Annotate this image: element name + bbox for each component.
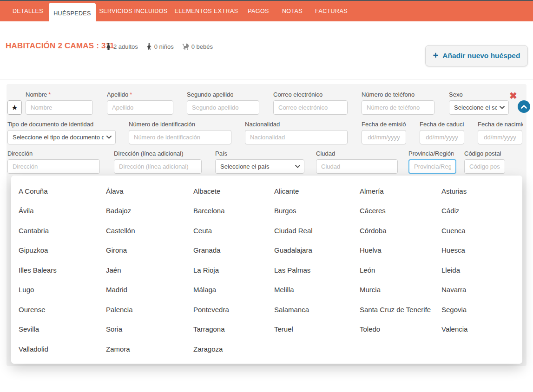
star-icon: ★ xyxy=(11,104,18,111)
province-option[interactable]: Ávila xyxy=(19,207,106,215)
province-option[interactable]: Asturias xyxy=(441,187,522,195)
province-option[interactable]: Badajoz xyxy=(106,207,193,215)
province-option[interactable]: Girona xyxy=(106,246,193,254)
province-option[interactable]: Castellón xyxy=(106,227,193,235)
province-option[interactable]: Lugo xyxy=(19,286,106,294)
sexo-select[interactable]: Seleccione el sexo xyxy=(449,100,509,115)
province-option[interactable]: Melilla xyxy=(274,286,360,294)
fecha-emision-input[interactable] xyxy=(362,130,406,144)
province-option[interactable]: Barcelona xyxy=(193,207,274,215)
direccion-input[interactable] xyxy=(7,159,100,174)
province-option[interactable]: Zaragoza xyxy=(193,345,274,353)
tab-elementos-extras[interactable]: ELEMENTOS EXTRAS xyxy=(175,1,238,21)
province-option[interactable]: Salamanca xyxy=(274,306,360,314)
add-guest-button[interactable]: + Añadir nuevo huésped xyxy=(425,45,528,66)
province-option[interactable]: Alicante xyxy=(274,187,360,195)
direccion-label: Dirección xyxy=(7,150,33,157)
plus-icon: + xyxy=(433,51,439,60)
province-option[interactable]: Córdoba xyxy=(360,227,441,235)
fecha-caducidad-input[interactable] xyxy=(420,130,464,144)
direccion-adicional-label: Dirección (línea adicional) xyxy=(114,150,184,157)
tipo-documento-label: Tipo de documento de identidad xyxy=(7,121,93,128)
reservation-page: DETALLES HUÉSPEDES SERVICIOS INCLUIDOS E… xyxy=(0,0,533,392)
province-option[interactable]: Toledo xyxy=(360,325,441,333)
province-option[interactable]: Guadalajara xyxy=(274,246,360,254)
ciudad-input[interactable] xyxy=(316,159,398,174)
province-option[interactable]: Cádiz xyxy=(441,207,522,215)
chevron-down-icon xyxy=(295,165,300,168)
provincia-input[interactable] xyxy=(408,159,456,174)
tab-detalles[interactable]: DETALLES xyxy=(13,1,43,21)
province-option[interactable]: Valencia xyxy=(441,325,522,333)
province-option[interactable]: Gipuzkoa xyxy=(19,246,106,254)
province-option[interactable]: Cuenca xyxy=(441,227,522,235)
province-option[interactable]: Palencia xyxy=(106,306,193,314)
nombre-input[interactable] xyxy=(26,100,93,115)
fecha-caducidad-label: Fecha de caducidad xyxy=(420,121,464,128)
province-option[interactable]: Teruel xyxy=(274,325,360,333)
correo-input[interactable] xyxy=(273,100,348,115)
adult-icon xyxy=(106,43,111,50)
province-option[interactable]: Cáceres xyxy=(360,207,441,215)
province-option[interactable]: Murcia xyxy=(360,286,441,294)
province-option[interactable]: Segovia xyxy=(441,306,522,314)
province-option[interactable]: La Rioja xyxy=(193,266,274,274)
province-option[interactable]: Ourense xyxy=(19,306,106,314)
numero-identificacion-input[interactable] xyxy=(129,130,231,144)
nombre-label-text: Nombre xyxy=(26,91,47,98)
ciudad-label: Ciudad xyxy=(316,150,335,157)
sexo-select-value: Seleccione el sexo xyxy=(454,104,497,111)
province-option[interactable]: Burgos xyxy=(274,207,360,215)
province-option[interactable]: Ceuta xyxy=(193,227,274,235)
province-option[interactable]: Zamora xyxy=(106,345,193,353)
telefono-input[interactable] xyxy=(362,100,434,115)
fecha-emision-label: Fecha de emisión xyxy=(362,121,406,128)
province-dropdown: A CoruñaÁlavaAlbaceteAlicanteAlmeríaAstu… xyxy=(11,176,522,364)
province-option[interactable]: Sevilla xyxy=(19,325,106,333)
province-option[interactable]: Navarra xyxy=(441,286,522,294)
province-option[interactable]: Soria xyxy=(106,325,193,333)
pais-select[interactable]: Seleccione el país xyxy=(215,159,304,174)
apellido-label-text: Apellido xyxy=(107,91,128,98)
province-option[interactable]: Illes Balears xyxy=(19,266,106,274)
province-option[interactable]: Santa Cruz de Tenerife xyxy=(360,306,441,314)
province-option[interactable]: Ciudad Real xyxy=(274,227,360,235)
province-option[interactable]: Huelva xyxy=(360,246,441,254)
province-option[interactable]: Cantabria xyxy=(19,227,106,235)
province-option[interactable]: Granada xyxy=(193,246,274,254)
province-option[interactable]: Tarragona xyxy=(193,325,274,333)
province-option[interactable]: Almería xyxy=(360,187,441,195)
province-option[interactable]: Pontevedra xyxy=(193,306,274,314)
province-option[interactable]: Albacete xyxy=(193,187,274,195)
province-option[interactable]: Huesca xyxy=(441,246,522,254)
province-option[interactable]: Jaén xyxy=(106,266,193,274)
nacionalidad-input[interactable] xyxy=(245,130,348,144)
direccion-adicional-input[interactable] xyxy=(114,159,202,174)
apellido-input[interactable] xyxy=(107,100,173,115)
province-option[interactable]: Valladolid xyxy=(19,345,106,353)
add-guest-label: Añadir nuevo huésped xyxy=(442,52,520,60)
remove-guest-button[interactable]: ✖ xyxy=(509,91,517,100)
tipo-documento-select[interactable]: Seleccione el tipo de documento de ident… xyxy=(7,130,116,144)
tab-facturas[interactable]: FACTURAS xyxy=(315,1,348,21)
fecha-nacimiento-input[interactable] xyxy=(478,130,522,144)
province-option[interactable]: A Coruña xyxy=(19,187,106,195)
province-option[interactable]: Lleida xyxy=(441,266,522,274)
occupancy-babies: 0 bebés xyxy=(182,43,213,50)
tab-pagos[interactable]: PAGOS xyxy=(248,1,269,21)
province-option[interactable]: Las Palmas xyxy=(274,266,360,274)
tab-notas[interactable]: NOTAS xyxy=(282,1,303,21)
favorite-guest-button[interactable]: ★ xyxy=(7,100,22,115)
tab-servicios-incluidos[interactable]: SERVICIOS INCLUIDOS xyxy=(99,1,168,21)
pais-select-value: Seleccione el país xyxy=(220,163,292,170)
tab-huespedes[interactable]: HUÉSPEDES xyxy=(49,3,96,26)
province-option[interactable]: Madrid xyxy=(106,286,193,294)
apellido-label: Apellido* xyxy=(107,91,132,98)
province-option[interactable]: León xyxy=(360,266,441,274)
scroll-top-button[interactable] xyxy=(518,100,530,113)
segundo-apellido-label: Segundo apellido xyxy=(187,91,233,98)
province-option[interactable]: Málaga xyxy=(193,286,274,294)
province-option[interactable]: Álava xyxy=(106,187,193,195)
codigo-postal-input[interactable] xyxy=(464,159,505,174)
segundo-apellido-input[interactable] xyxy=(187,100,259,115)
